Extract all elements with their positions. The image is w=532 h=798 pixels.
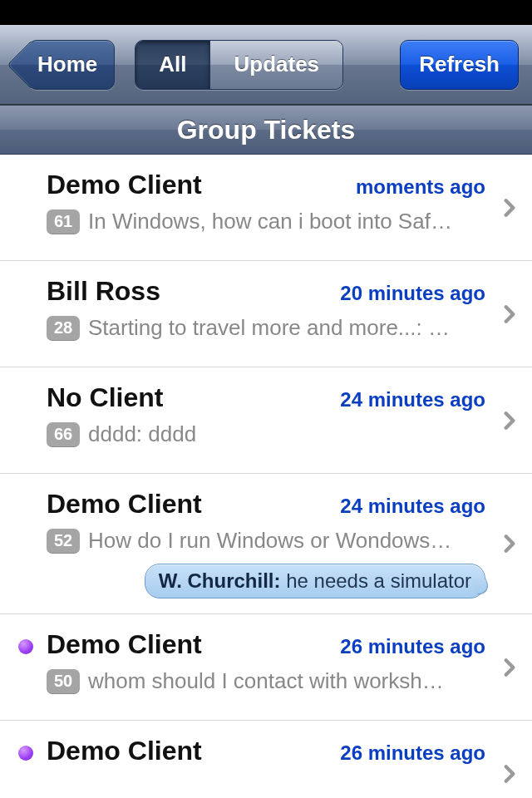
- ticket-client: Demo Client: [47, 489, 202, 520]
- ticket-client: Demo Client: [47, 170, 202, 200]
- segment-all-label: All: [159, 52, 186, 77]
- unread-dot-icon: [18, 639, 33, 654]
- home-button[interactable]: Home: [28, 40, 115, 90]
- ticket-row[interactable]: No Client 24 minutes ago 66 dddd: dddd: [0, 367, 532, 474]
- ticket-badge: 61: [47, 209, 80, 234]
- segment-updates[interactable]: Updates: [210, 41, 342, 89]
- filter-segmented: All Updates: [135, 40, 343, 90]
- ticket-subject: Starting to travel more and more...: …: [88, 315, 485, 341]
- chevron-right-icon: [499, 657, 520, 678]
- chevron-right-icon: [499, 533, 520, 554]
- ticket-client: Demo Client: [47, 629, 202, 660]
- ticket-time: 26 minutes ago: [340, 741, 485, 765]
- reply-bubble: W. Churchill: he needs a simulator: [145, 564, 485, 598]
- ticket-subject: How do I run Windows or Wondows…: [88, 528, 485, 554]
- ticket-client: No Client: [47, 382, 163, 413]
- home-button-label: Home: [37, 52, 97, 77]
- section-header: Group Tickets: [0, 105, 532, 155]
- ticket-row[interactable]: Bill Ross 20 minutes ago 28 Starting to …: [0, 261, 532, 367]
- ticket-time: 24 minutes ago: [340, 388, 485, 411]
- chevron-right-icon: [499, 410, 520, 431]
- section-title: Group Tickets: [177, 115, 356, 145]
- status-bar: [0, 0, 532, 25]
- unread-dot-icon: [18, 746, 33, 761]
- ticket-time: moments ago: [356, 175, 485, 199]
- ticket-badge: 50: [47, 669, 80, 694]
- ticket-row[interactable]: Demo Client 26 minutes ago 50 whom shoul…: [0, 614, 532, 721]
- reply-text: he needs a simulator: [281, 569, 471, 592]
- refresh-button[interactable]: Refresh: [400, 40, 519, 90]
- ticket-list: Demo Client moments ago 61 In Windows, h…: [0, 155, 532, 798]
- ticket-badge: 52: [47, 529, 80, 554]
- nav-bar: Home All Updates Refresh: [0, 25, 532, 105]
- ticket-time: 20 minutes ago: [340, 282, 485, 305]
- chevron-right-icon: [499, 763, 520, 785]
- reply-bubble-wrap: W. Churchill: he needs a simulator: [47, 564, 485, 598]
- ticket-subject: In Windows, how can i boot into Saf…: [88, 209, 485, 234]
- reply-author: W. Churchill:: [159, 569, 281, 592]
- ticket-subject: dddd: dddd: [88, 421, 485, 447]
- ticket-badge: 66: [47, 422, 80, 447]
- ticket-row[interactable]: Demo Client 24 minutes ago 52 How do I r…: [0, 474, 532, 614]
- chevron-right-icon: [499, 197, 520, 219]
- segment-updates-label: Updates: [234, 52, 319, 77]
- ticket-badge: 28: [47, 316, 80, 341]
- ticket-client: Demo Client: [47, 736, 202, 766]
- ticket-row[interactable]: Demo Client moments ago 61 In Windows, h…: [0, 155, 532, 261]
- refresh-button-label: Refresh: [419, 52, 500, 77]
- segment-all[interactable]: All: [135, 41, 210, 89]
- ticket-time: 24 minutes ago: [340, 495, 485, 518]
- ticket-time: 26 minutes ago: [340, 635, 485, 658]
- ticket-subject: whom should I contact with worksh…: [88, 668, 485, 694]
- ticket-client: Bill Ross: [47, 276, 160, 307]
- chevron-right-icon: [499, 303, 520, 325]
- ticket-row[interactable]: Demo Client 26 minutes ago: [0, 721, 532, 798]
